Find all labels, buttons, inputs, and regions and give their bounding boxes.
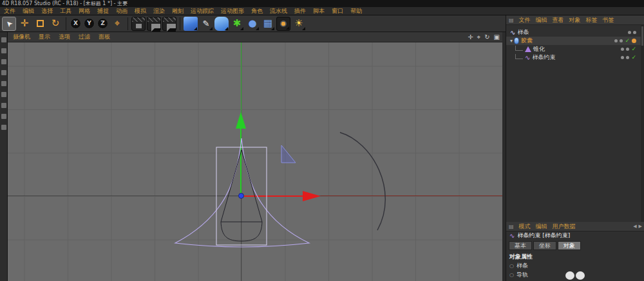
object-manager-menu-item[interactable]: 查看 [553,16,564,24]
render-visibility-dot[interactable] [626,56,629,59]
object-row-spline-wrap[interactable]: ∿ 样条约束 ✓ [506,53,641,62]
y-axis-handle-line[interactable] [240,129,242,196]
render-settings-button[interactable] [162,17,176,31]
menu-item[interactable]: 渲染 [153,7,165,15]
points-mode-icon[interactable] [1,81,6,86]
menu-item[interactable]: 选择 [41,7,53,15]
attribute-manager-menu-item[interactable]: 用户数据 [553,222,576,231]
object-row-spline[interactable]: ∿ 样条 [506,28,641,37]
make-editable-icon[interactable] [1,37,6,42]
object-manager-menu-item[interactable]: 标签 [586,16,598,24]
polygons-mode-icon[interactable] [1,103,6,108]
object-manager-menu-item[interactable]: 文件 [519,16,531,24]
menu-item[interactable]: 流水线 [270,7,287,15]
menu-item[interactable]: 插件 [294,7,306,15]
keyframe-bullet-icon[interactable]: ○ [509,272,514,278]
panel-menu-icon[interactable]: ▤ [509,17,514,23]
menu-item[interactable]: 编辑 [23,7,34,15]
move-tool[interactable]: ✛ [17,17,32,31]
lock-y-button[interactable]: Y [84,18,95,29]
edges-mode-icon[interactable] [1,92,6,97]
toggle-view-icon[interactable]: ▣ [494,34,500,41]
model-mode-icon[interactable] [1,48,6,53]
menu-item[interactable]: 模拟 [135,7,146,15]
render-visibility-dot[interactable] [620,39,623,42]
render-picture-viewer-button[interactable] [147,17,161,31]
property-row-spline[interactable]: ○ 样条 [509,262,528,270]
viewport-menu-item[interactable]: 显示 [39,33,50,41]
attribute-tab[interactable]: 对象 [558,241,581,250]
rotate-view-icon[interactable]: ↻ [484,34,489,41]
attribute-tab[interactable]: 基本 [509,241,532,250]
enable-check-icon[interactable]: ✓ [625,38,630,44]
lock-x-button[interactable]: X [70,18,81,29]
render-visibility-dot[interactable] [633,31,636,34]
menu-item[interactable]: 运动图形 [221,7,244,15]
editor-visibility-dot[interactable] [614,39,618,42]
viewport-menu-item[interactable]: 摄像机 [13,33,30,41]
scale-tool[interactable] [33,17,47,31]
viewport-solo-icon[interactable] [1,125,6,130]
editor-visibility-dot[interactable] [621,48,624,51]
viewport-menu-item[interactable]: 面板 [99,33,110,41]
add-cube-button[interactable] [184,17,198,31]
menu-item[interactable]: 窗口 [332,7,343,15]
property-row-rail[interactable]: ○ 导轨 [509,271,528,279]
camera-button[interactable] [276,17,290,31]
attribute-manager-menu-item[interactable]: 模式 [519,222,531,231]
object-origin-dot[interactable] [238,193,244,199]
menu-item[interactable]: 动画 [116,7,128,15]
attribute-tab[interactable]: 坐标 [533,241,556,250]
subdivision-surface-button[interactable] [214,17,229,31]
menu-item[interactable]: 脚本 [313,7,325,15]
object-manager-menu-item[interactable]: 对象 [569,16,581,24]
zoom-view-icon[interactable]: ⌖ [477,34,481,41]
viewport-menu-item[interactable]: 选项 [59,33,70,41]
object-manager-menu-item[interactable]: 书签 [603,16,614,24]
environment-button[interactable]: ▦ [261,17,275,31]
editor-visibility-dot[interactable] [628,31,631,34]
workplane-mode-icon[interactable] [1,70,6,75]
coordinate-system-button[interactable]: ⌖ [110,17,124,31]
menu-item[interactable]: 工具 [60,7,71,15]
object-row-taper[interactable]: 锥化 ✓ [506,45,641,53]
generator-button[interactable]: ✱ [230,17,244,31]
history-forward-icon[interactable]: ▶ [639,224,642,229]
menu-item[interactable]: 运动跟踪 [191,7,214,15]
editor-visibility-dot[interactable] [621,56,624,59]
lock-z-button[interactable]: Z [97,18,108,29]
deformer-button[interactable]: ● [245,17,260,31]
viewport-menu-item[interactable]: 过滤 [79,33,90,41]
x-axis-arrowhead[interactable] [303,191,321,201]
scrollbar-thumb[interactable] [641,26,643,46]
viewport-canvas[interactable] [8,42,502,281]
menu-item[interactable]: 角色 [251,7,263,15]
phong-tag-icon[interactable] [632,39,636,43]
live-selection-tool[interactable]: ➤ [2,17,16,31]
menu-item[interactable]: 雕刻 [172,7,184,15]
menu-item[interactable]: 捕捉 [97,7,109,15]
panel-menu-icon[interactable]: ▤ [509,224,514,230]
attribute-manager-menu-item[interactable]: 编辑 [536,222,547,231]
pen-spline-button[interactable]: ✎ [199,17,213,31]
render-visibility-dot[interactable] [626,48,629,51]
object-row-capsule[interactable]: ▾ 胶囊 ✓ [506,37,641,45]
rotate-tool[interactable]: ↻ [48,17,62,31]
render-view-button[interactable] [131,17,146,31]
enable-check-icon[interactable]: ✓ [631,55,636,60]
menu-item[interactable]: 文件 [4,7,15,15]
y-axis-arrowhead[interactable] [236,112,246,129]
expand-arrow-icon[interactable]: ▾ [510,38,513,44]
menu-item[interactable]: 帮助 [350,7,362,15]
enable-axis-icon[interactable] [1,114,6,119]
x-axis-handle-line[interactable] [242,195,303,197]
menu-item[interactable]: 网格 [79,7,90,15]
keyframe-bullet-icon[interactable]: ○ [509,263,514,269]
texture-mode-icon[interactable] [1,59,6,64]
object-manager-scrollbar[interactable] [641,25,644,222]
pan-view-icon[interactable]: ✛ [468,34,473,41]
object-manager-menu-item[interactable]: 编辑 [536,16,547,24]
light-button[interactable]: ☀ [292,17,306,31]
history-back-icon[interactable]: ◀ [633,224,636,229]
enable-check-icon[interactable]: ✓ [631,46,636,52]
